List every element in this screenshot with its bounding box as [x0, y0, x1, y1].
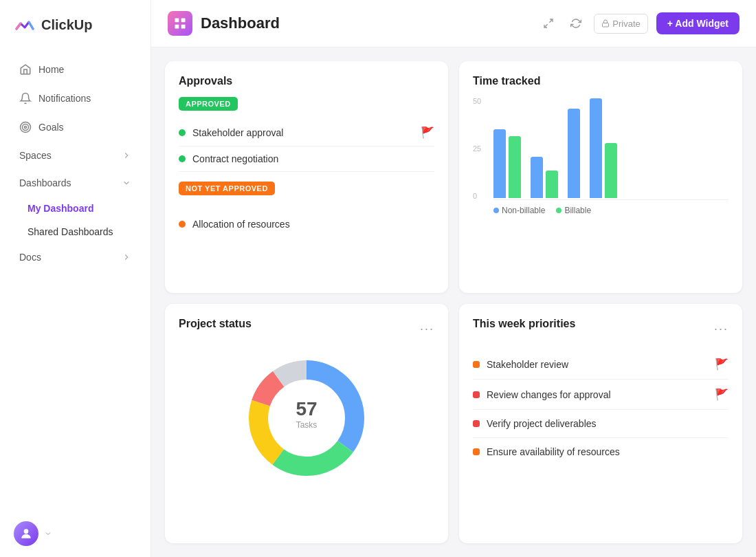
project-status-widget: Project status ··· 57	[165, 304, 448, 543]
priorities-title: This week priorities	[473, 318, 575, 330]
priority-dot-1	[473, 391, 480, 398]
dashboard-header-icon	[168, 11, 192, 36]
priority-item-2: Verify project deliverables	[473, 410, 729, 438]
priority-item-1: Review changes for approval 🚩	[473, 380, 729, 410]
svg-rect-8	[603, 23, 609, 28]
approval-item-contract: Contract negotiation	[179, 146, 434, 172]
legend-label-non-billable: Non-billable	[502, 206, 545, 215]
project-status-more-button[interactable]: ···	[420, 322, 434, 336]
bar-blue-1	[493, 129, 506, 198]
legend-dot-blue	[493, 208, 499, 213]
svg-rect-6	[175, 25, 179, 29]
svg-rect-5	[181, 19, 186, 23]
lock-icon	[601, 19, 610, 28]
approved-badge: APPROVED	[179, 97, 238, 111]
not-approved-badge: NOT YET APPROVED	[179, 182, 275, 195]
approvals-widget: Approvals APPROVED Stakeholder approval …	[165, 61, 448, 293]
sidebar-item-dashboards[interactable]: Dashboards	[5, 171, 145, 195]
bar-blue-4	[590, 98, 602, 198]
user-profile[interactable]	[0, 510, 151, 557]
target-icon	[19, 121, 32, 133]
approval-dot-green	[179, 129, 186, 136]
priority-item-0: Stakeholder review 🚩	[473, 349, 729, 380]
approval-item-stakeholder: Stakeholder approval 🚩	[179, 119, 434, 146]
sidebar-item-shared-dashboards[interactable]: Shared Dashboards	[5, 221, 145, 243]
avatar	[14, 521, 38, 546]
chevron-down-user-icon	[44, 529, 52, 538]
sidebar-item-notifications[interactable]: Notifications	[5, 85, 145, 111]
add-widget-button[interactable]: + Add Widget	[656, 12, 740, 34]
bar-group-1	[493, 129, 521, 198]
bar-green-1	[509, 136, 521, 198]
page-header: Dashboard Private + Add Widget	[151, 0, 756, 47]
approval-item-allocation: Allocation of resources	[179, 212, 434, 237]
chevron-down-icon	[122, 178, 131, 188]
bar-group-4	[590, 98, 617, 198]
page-title: Dashboard	[201, 14, 531, 32]
refresh-icon	[570, 18, 581, 29]
y-label-25: 25	[473, 144, 481, 153]
priority-dot-3	[473, 448, 480, 455]
svg-rect-4	[175, 19, 179, 23]
bar-chart	[493, 97, 729, 200]
expand-icon	[543, 18, 554, 29]
sidebar-item-home-label: Home	[38, 64, 64, 75]
flag-icon-stakeholder: 🚩	[421, 126, 434, 139]
private-label: Private	[612, 19, 640, 29]
priorities-header: This week priorities ···	[473, 318, 729, 340]
bar-group-2	[531, 157, 558, 198]
main-content: Dashboard Private + Add Widget	[151, 0, 756, 557]
grid-icon	[173, 17, 187, 30]
legend-billable: Billable	[556, 206, 591, 215]
sidebar-item-goals[interactable]: Goals	[5, 114, 145, 140]
logo-text: ClickUp	[41, 17, 92, 33]
bell-icon	[19, 92, 32, 105]
priorities-more-button[interactable]: ···	[714, 322, 729, 336]
approval-name-stakeholder: Stakeholder approval	[192, 127, 414, 138]
chevron-right-icon	[122, 151, 131, 160]
sidebar-item-docs[interactable]: Docs	[5, 245, 145, 270]
bar-blue-2	[531, 157, 543, 198]
priority-dot-2	[473, 420, 480, 427]
clickup-logo-icon	[14, 14, 36, 36]
approval-name-allocation: Allocation of resources	[192, 219, 434, 230]
y-axis-labels: 50 25 0	[473, 97, 481, 200]
time-tracked-widget: Time tracked 50 25 0	[459, 61, 742, 293]
donut-center-label: Tasks	[296, 420, 318, 430]
refresh-button[interactable]	[566, 14, 586, 33]
y-label-50: 50	[473, 97, 481, 105]
priority-item-3: Ensure availability of resources	[473, 438, 729, 466]
svg-point-1	[23, 124, 29, 131]
svg-rect-7	[181, 25, 186, 29]
bar-group-3	[568, 109, 580, 198]
sidebar-item-my-dashboard[interactable]: My Dashboard	[5, 197, 145, 219]
expand-button[interactable]	[539, 14, 558, 33]
time-tracked-title: Time tracked	[473, 75, 729, 87]
sidebar-item-docs-label: Docs	[19, 252, 41, 263]
donut-chart: 57 Tasks	[238, 349, 375, 487]
priority-name-3: Ensure availability of resources	[487, 446, 729, 457]
logo: ClickUp	[0, 0, 151, 50]
main-nav: Home Notifications Goals Spaces	[0, 50, 151, 276]
bar-green-4	[605, 143, 617, 198]
sidebar-item-shared-dashboards-label: Shared Dashboards	[27, 226, 113, 237]
sidebar-item-spaces-label: Spaces	[19, 150, 52, 161]
sidebar-item-goals-label: Goals	[38, 122, 64, 133]
sidebar-item-spaces[interactable]: Spaces	[5, 143, 145, 168]
legend-label-billable: Billable	[564, 206, 591, 215]
sidebar-item-notifications-label: Notifications	[38, 93, 91, 104]
project-status-title: Project status	[179, 318, 252, 330]
dashboard-grid: Approvals APPROVED Stakeholder approval …	[151, 47, 756, 557]
sidebar-item-my-dashboard-label: My Dashboard	[27, 203, 93, 214]
svg-point-3	[24, 529, 29, 534]
priority-name-0: Stakeholder review	[487, 359, 708, 370]
bar-green-2	[546, 171, 558, 198]
priority-dot-0	[473, 361, 480, 368]
approvals-title: Approvals	[179, 75, 434, 87]
approval-name-contract: Contract negotiation	[192, 153, 434, 164]
priority-flag-1: 🚩	[715, 388, 729, 401]
sidebar: ClickUp Home Notifications Goals	[0, 0, 151, 557]
sidebar-item-home[interactable]: Home	[5, 56, 145, 83]
bar-blue-3	[568, 109, 580, 198]
legend-dot-green	[556, 208, 562, 213]
